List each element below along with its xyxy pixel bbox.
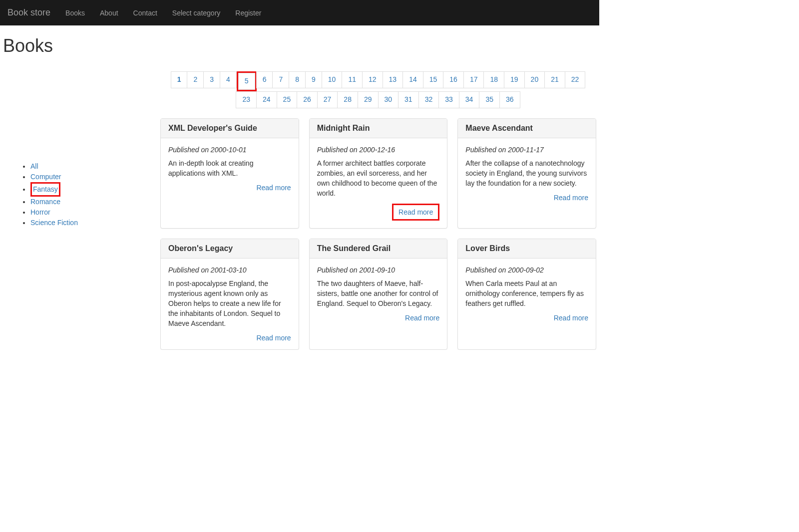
read-more-wrap: Read more xyxy=(465,194,588,202)
nav-link-books[interactable]: Books xyxy=(58,1,92,24)
pagination-page-20[interactable]: 20 xyxy=(524,71,545,88)
pagination-page-11[interactable]: 11 xyxy=(342,71,363,88)
navbar-brand[interactable]: Book store xyxy=(7,0,58,25)
pagination-page-13[interactable]: 13 xyxy=(383,71,403,88)
pagination-page-28[interactable]: 28 xyxy=(337,91,358,108)
read-more-link[interactable]: Read more xyxy=(256,334,291,342)
book-description: An in-depth look at creating application… xyxy=(168,159,291,179)
book-publish-date: Published on 2001-09-10 xyxy=(317,266,440,274)
nav-link-contact[interactable]: Contact xyxy=(126,1,165,24)
category-link-horror[interactable]: Horror xyxy=(30,208,50,216)
pagination-page-16[interactable]: 16 xyxy=(443,71,464,88)
navbar-nav: BooksAboutContactSelect categoryRegister xyxy=(58,1,269,24)
pagination-page-18[interactable]: 18 xyxy=(483,71,504,88)
pagination-page-2[interactable]: 2 xyxy=(187,71,204,88)
pagination-page-4[interactable]: 4 xyxy=(220,71,237,88)
pagination-page-14[interactable]: 14 xyxy=(402,71,423,88)
book-title: XML Developer's Guide xyxy=(168,124,291,133)
read-more-link[interactable]: Read more xyxy=(554,194,588,202)
pagination-page-21[interactable]: 21 xyxy=(544,71,565,88)
category-list: AllComputerFantasyRomanceHorrorScience F… xyxy=(3,161,153,228)
book-description: In post-apocalypse England, the mysterio… xyxy=(168,279,291,329)
book-card-body: Published on 2001-09-10The two daughters… xyxy=(310,259,447,329)
read-more-wrap: Read more xyxy=(317,204,440,221)
category-link-computer[interactable]: Computer xyxy=(30,173,61,181)
pagination-page-10[interactable]: 10 xyxy=(322,71,343,88)
book-card-heading: Oberon's Legacy xyxy=(161,239,299,259)
pagination-page-35[interactable]: 35 xyxy=(479,91,500,108)
book-card-heading: The Sundered Grail xyxy=(310,239,447,259)
read-more-link[interactable]: Read more xyxy=(554,314,588,322)
nav-link-about[interactable]: About xyxy=(92,1,126,24)
book-card: XML Developer's GuidePublished on 2000-1… xyxy=(160,118,299,229)
book-card-body: Published on 2000-12-16A former architec… xyxy=(310,138,447,228)
pagination-page-30[interactable]: 30 xyxy=(378,91,399,108)
category-link-fantasy[interactable]: Fantasy xyxy=(30,182,60,197)
pagination: 1234567891011121314151617181920212223242… xyxy=(161,71,596,108)
category-link-all[interactable]: All xyxy=(30,162,38,170)
read-more-wrap: Read more xyxy=(168,334,291,342)
book-publish-date: Published on 2000-12-16 xyxy=(317,146,440,154)
book-publish-date: Published on 2000-11-17 xyxy=(465,146,588,154)
book-card-heading: XML Developer's Guide xyxy=(161,119,299,138)
category-link-romance[interactable]: Romance xyxy=(30,198,60,206)
pagination-page-7[interactable]: 7 xyxy=(272,71,289,88)
pagination-page-27[interactable]: 27 xyxy=(317,91,338,108)
book-card-heading: Maeve Ascendant xyxy=(458,119,596,138)
pagination-page-33[interactable]: 33 xyxy=(438,91,459,108)
book-title: Lover Birds xyxy=(465,244,588,253)
book-title: Oberon's Legacy xyxy=(168,244,291,253)
nav-link-select-category[interactable]: Select category xyxy=(165,1,228,24)
pagination-page-3[interactable]: 3 xyxy=(203,71,220,88)
nav-link-register[interactable]: Register xyxy=(228,1,269,24)
category-sidebar: AllComputerFantasyRomanceHorrorScience F… xyxy=(3,61,153,350)
navbar: Book store BooksAboutContactSelect categ… xyxy=(0,0,599,25)
book-card-heading: Midnight Rain xyxy=(310,119,447,138)
book-card-body: Published on 2000-11-17After the collaps… xyxy=(458,138,596,209)
pagination-page-25[interactable]: 25 xyxy=(277,91,298,108)
pagination-page-34[interactable]: 34 xyxy=(459,91,480,108)
page-title: Books xyxy=(3,35,799,56)
books-grid: XML Developer's GuidePublished on 2000-1… xyxy=(160,118,596,350)
pagination-page-31[interactable]: 31 xyxy=(398,91,419,108)
pagination-page-26[interactable]: 26 xyxy=(297,91,318,108)
book-card-heading: Lover Birds xyxy=(458,239,596,259)
read-more-link[interactable]: Read more xyxy=(256,184,291,192)
highlight-box: Read more xyxy=(392,204,439,221)
book-publish-date: Published on 2001-03-10 xyxy=(168,266,291,274)
pagination-page-32[interactable]: 32 xyxy=(418,91,439,108)
book-publish-date: Published on 2000-10-01 xyxy=(168,146,291,154)
pagination-page-12[interactable]: 12 xyxy=(362,71,383,88)
book-card-body: Published on 2000-10-01An in-depth look … xyxy=(161,138,299,199)
book-title: Midnight Rain xyxy=(317,124,440,133)
pagination-page-36[interactable]: 36 xyxy=(499,91,520,108)
book-description: A former architect battles corporate zom… xyxy=(317,159,440,199)
pagination-page-22[interactable]: 22 xyxy=(565,71,586,88)
book-card: Oberon's LegacyPublished on 2001-03-10In… xyxy=(160,239,299,350)
pagination-page-24[interactable]: 24 xyxy=(256,91,277,108)
pagination-page-5[interactable]: 5 xyxy=(238,73,255,90)
pagination-page-29[interactable]: 29 xyxy=(358,91,379,108)
pagination-page-8[interactable]: 8 xyxy=(289,71,306,88)
pagination-page-19[interactable]: 19 xyxy=(504,71,525,88)
main-content: 1234567891011121314151617181920212223242… xyxy=(153,61,596,350)
pagination-page-6[interactable]: 6 xyxy=(256,71,273,88)
book-description: The two daughters of Maeve, half-sisters… xyxy=(317,279,440,309)
read-more-link[interactable]: Read more xyxy=(405,314,439,322)
pagination-page-9[interactable]: 9 xyxy=(305,71,322,88)
read-more-link[interactable]: Read more xyxy=(399,208,433,216)
pagination-page-1[interactable]: 1 xyxy=(171,71,188,88)
book-card: The Sundered GrailPublished on 2001-09-1… xyxy=(309,239,448,350)
read-more-wrap: Read more xyxy=(317,314,440,322)
pagination-page-15[interactable]: 15 xyxy=(423,71,444,88)
book-title: Maeve Ascendant xyxy=(465,124,588,133)
book-title: The Sundered Grail xyxy=(317,244,440,253)
main-container: AllComputerFantasyRomanceHorrorScience F… xyxy=(0,61,599,350)
book-card: Lover BirdsPublished on 2000-09-02When C… xyxy=(457,239,596,350)
pagination-page-17[interactable]: 17 xyxy=(463,71,484,88)
book-card: Maeve AscendantPublished on 2000-11-17Af… xyxy=(457,118,596,229)
book-publish-date: Published on 2000-09-02 xyxy=(465,266,588,274)
pagination-page-23[interactable]: 23 xyxy=(236,91,257,108)
pagination-wrap: 1234567891011121314151617181920212223242… xyxy=(160,71,596,108)
category-link-science-fiction[interactable]: Science Fiction xyxy=(30,219,78,227)
